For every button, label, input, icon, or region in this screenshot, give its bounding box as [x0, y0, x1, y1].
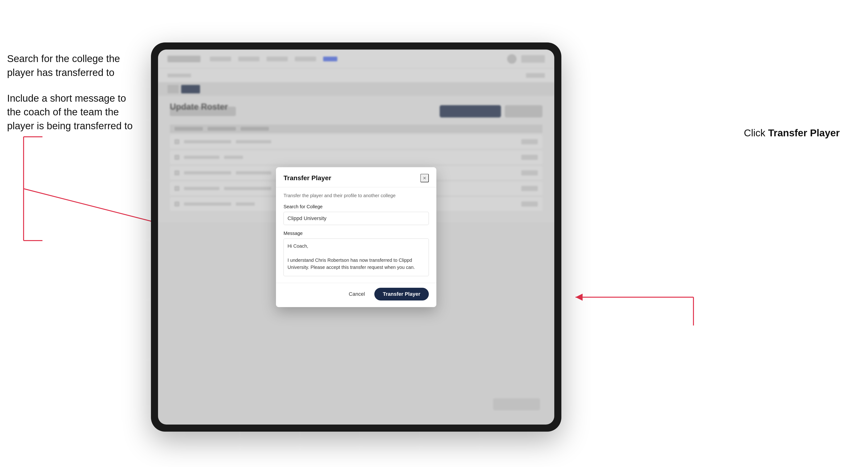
annotation-transfer-bold: Transfer Player	[768, 127, 840, 138]
modal-title: Transfer Player	[283, 174, 331, 182]
modal-footer: Cancel Transfer Player	[276, 283, 436, 307]
modal-header: Transfer Player ×	[276, 167, 436, 187]
modal-subtitle: Transfer the player and their profile to…	[283, 193, 429, 198]
tablet-screen: Update Roster Transfer Player × Transfer…	[158, 50, 554, 425]
modal-close-button[interactable]: ×	[420, 174, 429, 182]
modal-overlay: Transfer Player × Transfer the player an…	[158, 50, 554, 425]
annotation-text-search: Search for the college the player has tr…	[7, 52, 137, 80]
message-label: Message	[283, 231, 429, 236]
modal-body: Transfer the player and their profile to…	[276, 187, 436, 283]
annotation-left: Search for the college the player has tr…	[7, 52, 137, 145]
college-search-input[interactable]	[283, 212, 429, 225]
annotation-text-message: Include a short message to the coach of …	[7, 92, 137, 133]
transfer-player-button[interactable]: Transfer Player	[374, 288, 429, 301]
college-label: Search for College	[283, 204, 429, 210]
cancel-button[interactable]: Cancel	[344, 289, 370, 300]
svg-marker-7	[576, 294, 583, 301]
tablet-device: Update Roster Transfer Player × Transfer…	[151, 42, 561, 432]
annotation-click-text: Click	[744, 127, 766, 138]
transfer-player-modal: Transfer Player × Transfer the player an…	[276, 167, 436, 307]
message-textarea[interactable]	[283, 239, 429, 276]
annotation-right: Click Transfer Player	[744, 127, 840, 139]
